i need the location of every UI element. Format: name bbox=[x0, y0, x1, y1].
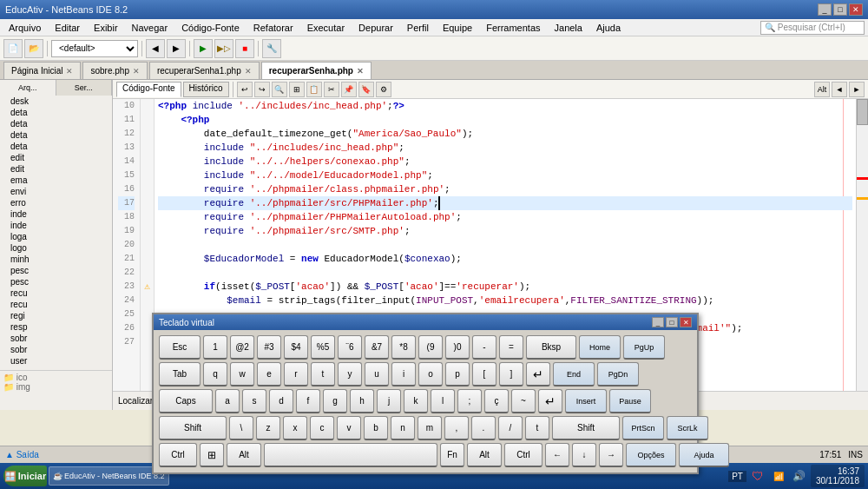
menu-executar[interactable]: Executar bbox=[302, 21, 350, 35]
debug-button[interactable]: ▶▷ bbox=[214, 39, 233, 58]
key-rbracket[interactable]: ] bbox=[499, 362, 523, 387]
folder-ico[interactable]: 📁 ico bbox=[0, 370, 112, 382]
code-line-23[interactable]: if(isset($_POST['acao']) && $_POST['acao… bbox=[158, 280, 852, 294]
code-line-14[interactable]: include "../../helpers/conexao.php"; bbox=[158, 155, 852, 169]
menu-editar[interactable]: Editar bbox=[49, 21, 85, 35]
list-item[interactable]: minh bbox=[0, 254, 112, 265]
sec-icon-8[interactable]: 🔖 bbox=[358, 82, 374, 97]
sec-icon-5[interactable]: 📋 bbox=[306, 82, 322, 97]
code-line-15[interactable]: include "../../model/EducadorModel.php"; bbox=[158, 169, 852, 182]
folder-img[interactable]: 📁 img bbox=[0, 382, 112, 392]
vk-minimize[interactable]: _ bbox=[652, 317, 664, 327]
key-u[interactable]: u bbox=[365, 362, 389, 387]
tab-recuperar1[interactable]: recuperarSenha1.php ✕ bbox=[149, 62, 260, 79]
key-end[interactable]: End bbox=[553, 362, 595, 387]
tab-close-3[interactable]: ✕ bbox=[357, 67, 364, 76]
new-file-button[interactable]: 📄 bbox=[3, 39, 23, 58]
list-item[interactable]: logo bbox=[0, 242, 112, 254]
key-enter-top[interactable]: ↵ bbox=[526, 362, 550, 387]
list-item[interactable]: edit bbox=[0, 152, 112, 163]
editor-scrollbar[interactable] bbox=[856, 99, 868, 391]
list-item[interactable]: edit bbox=[0, 163, 112, 175]
list-item[interactable]: pesc bbox=[0, 265, 112, 276]
key-slash[interactable]: / bbox=[498, 416, 523, 440]
key-alt-r[interactable]: Alt bbox=[467, 443, 502, 467]
key-q[interactable]: q bbox=[203, 362, 227, 387]
key-0[interactable]: )0 bbox=[445, 335, 470, 360]
list-item[interactable]: pesc bbox=[0, 276, 112, 287]
vk-close[interactable]: ✕ bbox=[680, 317, 692, 327]
code-line-20[interactable] bbox=[158, 238, 852, 252]
clock[interactable]: 16:37 30/11/2018 bbox=[811, 465, 865, 487]
key-scrlk[interactable]: ScrLk bbox=[667, 416, 708, 440]
tab-sobre[interactable]: sobre.php ✕ bbox=[82, 62, 147, 79]
key-j[interactable]: j bbox=[377, 389, 401, 413]
list-item[interactable]: recu bbox=[0, 287, 112, 299]
tab-close-2[interactable]: ✕ bbox=[245, 67, 252, 76]
menu-ajuda[interactable]: Ajuda bbox=[591, 21, 626, 35]
sound-icon[interactable]: 🔊 bbox=[790, 466, 809, 486]
list-item[interactable]: regi bbox=[0, 310, 112, 321]
sec-icon-2[interactable]: ↪ bbox=[254, 82, 270, 97]
key-win[interactable]: ⊞ bbox=[200, 443, 224, 467]
key-w[interactable]: w bbox=[230, 362, 254, 387]
start-button[interactable]: 🪟 Iniciar bbox=[3, 466, 47, 486]
sec-icon-1[interactable]: ↩ bbox=[237, 82, 253, 97]
key-8[interactable]: *8 bbox=[391, 335, 416, 360]
menu-ferramentas[interactable]: Ferramentas bbox=[481, 21, 545, 35]
key-comma[interactable]: , bbox=[444, 416, 469, 440]
alt-toggle[interactable]: Alt bbox=[814, 82, 830, 97]
nav-left[interactable]: ◄ bbox=[832, 82, 847, 97]
list-item[interactable]: user bbox=[0, 355, 112, 367]
list-item[interactable]: erro bbox=[0, 197, 112, 208]
toolbar-extra1[interactable]: 🔧 bbox=[262, 39, 281, 58]
sec-icon-6[interactable]: ✂ bbox=[324, 82, 339, 97]
key-i[interactable]: i bbox=[391, 362, 416, 387]
run-button[interactable]: ▶ bbox=[194, 39, 213, 58]
key-3[interactable]: #3 bbox=[257, 335, 281, 360]
key-ajuda[interactable]: Ajuda bbox=[679, 443, 729, 467]
key-r[interactable]: r bbox=[284, 362, 308, 387]
key-left[interactable]: ← bbox=[545, 443, 569, 467]
key-y[interactable]: y bbox=[338, 362, 362, 387]
key-prtscn[interactable]: PrtScn bbox=[622, 416, 664, 440]
key-ctrl-l[interactable]: Ctrl bbox=[159, 443, 197, 467]
project-dropdown[interactable]: <default> bbox=[51, 40, 138, 57]
key-shift-r[interactable]: Shift bbox=[552, 416, 620, 440]
key-1[interactable]: 1 bbox=[203, 335, 227, 360]
key-right[interactable]: → bbox=[599, 443, 623, 467]
list-item[interactable]: inde bbox=[0, 208, 112, 220]
list-item[interactable]: envi bbox=[0, 186, 112, 197]
key-caps[interactable]: Caps bbox=[159, 389, 213, 413]
tab-close-1[interactable]: ✕ bbox=[133, 67, 140, 76]
menu-perfil[interactable]: Perfil bbox=[402, 21, 434, 35]
tab-recuperar[interactable]: recuperarSenha.php ✕ bbox=[261, 62, 372, 79]
code-line-18[interactable]: require '../phpmailer/PHPMailerAutoload.… bbox=[158, 210, 852, 224]
close-button[interactable]: ✕ bbox=[849, 3, 863, 16]
list-item[interactable]: deta bbox=[0, 141, 112, 152]
menu-equipe[interactable]: Equipe bbox=[437, 21, 477, 35]
key-down[interactable]: ↓ bbox=[572, 443, 596, 467]
historico-tab[interactable]: Histórico bbox=[183, 82, 229, 97]
list-item[interactable]: recu bbox=[0, 299, 112, 310]
key-x[interactable]: x bbox=[283, 416, 307, 440]
left-tab-ser[interactable]: Ser... bbox=[56, 80, 113, 96]
key-k[interactable]: k bbox=[404, 389, 428, 413]
sec-icon-9[interactable]: ⚙ bbox=[376, 82, 391, 97]
key-opcoes[interactable]: Opções bbox=[626, 443, 676, 467]
key-space[interactable] bbox=[264, 443, 437, 467]
key-pipe[interactable]: \ bbox=[229, 416, 253, 440]
key-b[interactable]: b bbox=[364, 416, 388, 440]
key-equal[interactable]: = bbox=[499, 335, 523, 360]
active-app-button[interactable]: ☕ EducAtiv - NetBeans IDE 8.2 bbox=[49, 466, 169, 486]
key-f[interactable]: f bbox=[296, 389, 320, 413]
code-line-10[interactable]: <?php include '../includes/inc_head.php'… bbox=[158, 99, 852, 113]
menu-arquivo[interactable]: Arquivo bbox=[3, 21, 46, 35]
key-bksp[interactable]: Bksp bbox=[526, 335, 576, 360]
key-c[interactable]: c bbox=[310, 416, 334, 440]
stop-button[interactable]: ■ bbox=[235, 39, 254, 58]
vk-maximize[interactable]: □ bbox=[666, 317, 678, 327]
key-l[interactable]: l bbox=[431, 389, 455, 413]
scrollbar-thumb[interactable] bbox=[857, 99, 868, 125]
menu-exibir[interactable]: Exibir bbox=[89, 21, 123, 35]
